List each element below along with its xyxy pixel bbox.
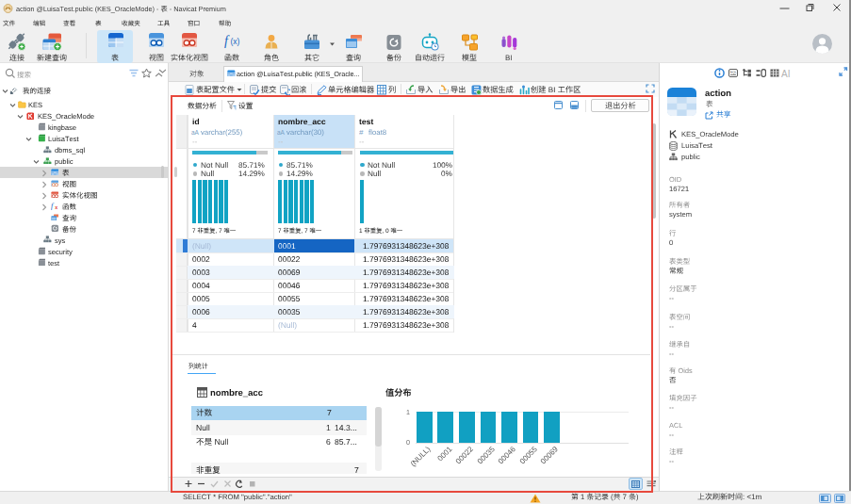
svg-text:(x): (x) xyxy=(231,37,240,46)
svg-text:SQL: SQL xyxy=(730,71,737,74)
svg-text:f: f xyxy=(51,202,55,209)
svg-text:AI: AI xyxy=(781,68,790,78)
svg-text:x: x xyxy=(55,204,57,209)
svg-text:f: f xyxy=(224,34,230,48)
